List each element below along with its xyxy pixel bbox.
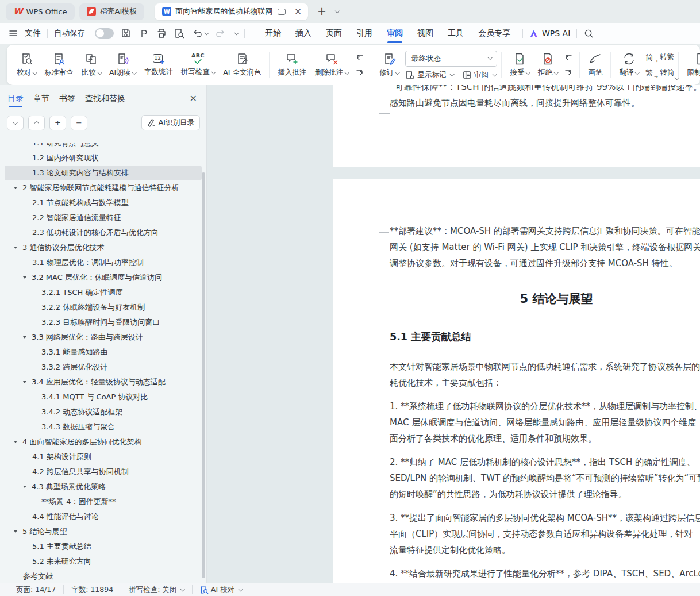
ai-recognize-toc-button[interactable]: AI识别目录 bbox=[141, 115, 200, 130]
toc-item[interactable]: 3.2.3 目标唤醒时间与受限访问窗口 bbox=[5, 315, 202, 330]
toc-item[interactable]: 1.2 国内外研究现状 bbox=[5, 151, 202, 166]
save-icon[interactable] bbox=[120, 28, 132, 39]
print-preview-icon[interactable] bbox=[174, 28, 185, 39]
toc-item[interactable]: 3.3.1 能量感知路由 bbox=[5, 345, 202, 360]
menu-tab-review[interactable]: 审阅 bbox=[387, 23, 403, 44]
toc-item[interactable]: 3.2 MAC 层优化：休眠调度与信道访问 bbox=[5, 270, 202, 285]
collapse-arrow-icon[interactable] bbox=[23, 336, 26, 339]
sidebar-tab-contents[interactable]: 目录 bbox=[7, 88, 24, 110]
menu-tab-reference[interactable]: 引用 bbox=[356, 23, 372, 44]
toc-item[interactable]: 4.1 架构设计原则 bbox=[5, 449, 202, 464]
previous-change-icon[interactable] bbox=[563, 52, 574, 63]
print-icon[interactable] bbox=[156, 28, 167, 39]
ai-proofread-button[interactable]: AI 校对 bbox=[200, 585, 243, 595]
next-change-icon[interactable] bbox=[563, 67, 574, 78]
toc-item[interactable]: 4.2 跨层信息共享与协同机制 bbox=[5, 464, 202, 479]
toc-item[interactable]: 1.3 论文研究内容与结构安排 bbox=[5, 166, 202, 180]
word-count-button[interactable]: 12+ 字数统计 bbox=[140, 48, 177, 82]
toc-item[interactable]: 3.4 应用层优化：轻量级协议与动态适配 bbox=[5, 375, 202, 390]
proofread-button[interactable]: 校对 bbox=[13, 48, 41, 82]
collapse-all-button[interactable] bbox=[28, 116, 45, 130]
page-14[interactable]: **部署建议**：MCOA-SH 的部署需网关支持跨层信息汇聚和协同决策。可在智… bbox=[333, 179, 700, 583]
traditional-to-simplified-button[interactable]: 繁→ 转简 bbox=[645, 68, 674, 78]
menu-tab-view[interactable]: 视图 bbox=[417, 23, 433, 44]
tab-window-icon[interactable] bbox=[278, 9, 286, 15]
spell-check-status[interactable]: 拼写检查: 关闭 bbox=[129, 585, 184, 595]
sidebar-tab-bookmarks[interactable]: 书签 bbox=[59, 88, 75, 110]
page-13[interactable]: 可靠性保障**：TSCH 的信道跳频和重传机制可维持 99%以上的端到端投递率。… bbox=[333, 85, 700, 167]
reject-change-button[interactable]: 拒绝 bbox=[534, 48, 562, 82]
simplified-to-traditional-button[interactable]: 简→ 转繁 bbox=[645, 52, 674, 63]
tab-wps-office[interactable]: W WPS Office bbox=[6, 3, 75, 20]
tab-list-chevron-icon[interactable] bbox=[335, 9, 340, 13]
accept-change-button[interactable]: 接受 bbox=[506, 48, 534, 82]
restrict-editing-button[interactable]: 限制编辑 bbox=[683, 48, 700, 82]
markup-state-select[interactable]: 最终状态 bbox=[405, 51, 497, 67]
toc-item[interactable]: **场景 4：固件更新** bbox=[5, 494, 202, 509]
toc-item[interactable]: 4.3 典型场景优化策略 bbox=[5, 479, 202, 494]
collapse-arrow-icon[interactable] bbox=[14, 247, 17, 249]
ai-read-aloud-button[interactable]: AI朗读 bbox=[105, 48, 140, 82]
toc-item[interactable]: 5.2 未来研究方向 bbox=[5, 554, 202, 569]
zoom-in-toc-button[interactable]: + bbox=[49, 116, 66, 130]
expand-all-button[interactable] bbox=[7, 116, 24, 130]
sidebar-tab-find-replace[interactable]: 查找和替换 bbox=[85, 88, 125, 110]
review-pane-button[interactable]: 审阅 bbox=[462, 70, 497, 80]
close-tab-icon[interactable]: × bbox=[293, 6, 303, 17]
compare-button[interactable]: 比较 bbox=[78, 48, 106, 82]
show-markup-button[interactable]: 显示标记 bbox=[405, 70, 454, 80]
next-comment-icon[interactable] bbox=[355, 67, 365, 78]
tab-document[interactable]: W 面向智能家居的低功耗物联网 × bbox=[155, 3, 308, 20]
collapse-arrow-icon[interactable] bbox=[23, 276, 26, 279]
autosave-toggle[interactable] bbox=[95, 28, 114, 39]
toc-item[interactable]: 4.4 性能评估与讨论 bbox=[5, 509, 202, 524]
wps-ai-button[interactable]: WPS AI bbox=[529, 29, 570, 39]
toc-item[interactable]: 3.2.1 TSCH 确定性调度 bbox=[5, 285, 202, 300]
undo-button[interactable] bbox=[191, 28, 209, 39]
toc-item[interactable]: 5 结论与展望 bbox=[5, 524, 202, 539]
menu-tab-tools[interactable]: 工具 bbox=[448, 23, 464, 44]
insert-comment-button[interactable]: 插入批注 bbox=[274, 48, 310, 82]
toc-item[interactable]: 3.2.2 休眠终端设备与好友机制 bbox=[5, 300, 202, 315]
toc-item[interactable]: 2 智能家居物联网节点能耗建模与通信特征分析 bbox=[5, 180, 202, 195]
redo-icon[interactable] bbox=[215, 28, 226, 39]
toc-item[interactable]: 3.3.2 跨层优化设计 bbox=[5, 360, 202, 375]
toc-item[interactable]: 2.2 智能家居通信流量特征 bbox=[5, 210, 202, 225]
toc-item[interactable]: 参考文献 bbox=[5, 569, 202, 582]
toc-item[interactable]: 3.4.3 数据压缩与聚合 bbox=[5, 420, 202, 434]
search-icon[interactable] bbox=[583, 28, 594, 39]
standard-review-button[interactable]: 标准审查 bbox=[41, 48, 78, 82]
new-tab-button[interactable]: + bbox=[313, 5, 329, 18]
file-menu[interactable]: 文件 bbox=[25, 28, 41, 39]
spell-check-button[interactable]: ABC 拼写检查 bbox=[177, 48, 220, 82]
sidebar-scrollbar[interactable] bbox=[202, 172, 205, 578]
quickbar-chevron-icon[interactable] bbox=[234, 30, 239, 35]
ai-polish-button[interactable]: AI 全文润色 bbox=[219, 48, 265, 82]
translate-button[interactable]: 翻译 bbox=[615, 48, 643, 82]
menu-tab-membership[interactable]: 会员专享 bbox=[478, 23, 510, 44]
toc-item[interactable]: 3.3 网络层优化：路由与跨层设计 bbox=[5, 330, 202, 345]
delete-comment-button[interactable]: 删除批注 bbox=[310, 48, 353, 82]
collapse-arrow-icon[interactable] bbox=[14, 441, 17, 443]
ink-pen-button[interactable]: 画笔 bbox=[584, 48, 606, 82]
collapse-arrow-icon[interactable] bbox=[23, 486, 26, 488]
toc-item[interactable]: 3.4.1 MQTT 与 CoAP 协议对比 bbox=[5, 390, 202, 405]
toc-item[interactable]: 2.1 节点能耗构成与数学模型 bbox=[5, 195, 202, 210]
tab-docer-templates[interactable]: 稻壳AI模板 bbox=[79, 3, 145, 20]
collapse-arrow-icon[interactable] bbox=[14, 187, 17, 189]
track-changes-button[interactable]: 修订 bbox=[375, 48, 403, 82]
toc-item[interactable]: 2.3 低功耗设计的核心矛盾与优化方向 bbox=[5, 225, 202, 240]
toc-item[interactable]: 1.1 研究背景与意义 bbox=[5, 143, 202, 151]
menu-tab-page[interactable]: 页面 bbox=[326, 23, 342, 44]
export-pdf-icon[interactable] bbox=[138, 28, 149, 39]
zoom-out-toc-button[interactable]: − bbox=[71, 116, 87, 130]
collapse-arrow-icon[interactable] bbox=[14, 530, 17, 533]
toc-item[interactable]: 3.4.2 动态协议适配框架 bbox=[5, 405, 202, 420]
toc-item[interactable]: 3 通信协议分层优化技术 bbox=[5, 240, 202, 255]
menu-tab-home[interactable]: 开始 bbox=[265, 23, 281, 44]
close-sidebar-icon[interactable]: × bbox=[190, 93, 197, 103]
toc-item[interactable]: 4 面向智能家居的多层协同优化架构 bbox=[5, 434, 202, 449]
sidebar-tab-chapters[interactable]: 章节 bbox=[33, 88, 49, 110]
toc-item[interactable]: 5.1 主要贡献总结 bbox=[5, 539, 202, 554]
collapse-arrow-icon[interactable] bbox=[23, 381, 26, 383]
